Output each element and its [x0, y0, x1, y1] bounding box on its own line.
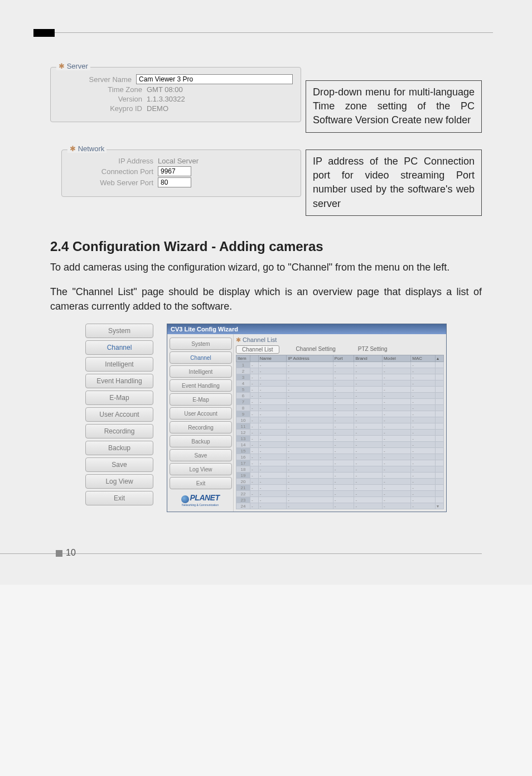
- scroll-track: [436, 362, 444, 368]
- cell: -: [411, 411, 436, 417]
- menu-item-log-view[interactable]: Log View: [85, 474, 153, 489]
- cell: -: [382, 503, 410, 509]
- wizard-menu-item-backup[interactable]: Backup: [170, 435, 232, 447]
- keypro-value: DEMO: [147, 104, 168, 113]
- wizard-menu-item-event-handling[interactable]: Event Handling: [170, 379, 232, 392]
- wizard-menu-item-recording[interactable]: Recording: [170, 421, 232, 433]
- cell: -: [382, 466, 410, 473]
- cell: -: [258, 442, 287, 448]
- table-row[interactable]: 6-------: [236, 393, 444, 399]
- menu-item-exit[interactable]: Exit: [85, 491, 153, 505]
- cell: -: [382, 374, 410, 380]
- menu-item-user-account[interactable]: User Account: [85, 407, 153, 422]
- section-para-2: The "Channel List" page should be displa…: [50, 285, 482, 314]
- server-name-input[interactable]: [136, 74, 293, 84]
- cell: -: [411, 442, 436, 448]
- cell: -: [287, 374, 333, 380]
- row-index: 11: [236, 423, 250, 430]
- tab-channel-list[interactable]: Channel List: [236, 345, 279, 354]
- table-row[interactable]: 13-------: [236, 436, 444, 442]
- menu-item-recording[interactable]: Recording: [85, 424, 153, 438]
- cell: -: [333, 417, 354, 423]
- wizard-menu-item-channel[interactable]: Channel: [170, 351, 232, 364]
- cell: -: [333, 430, 354, 436]
- menu-item-backup[interactable]: Backup: [85, 441, 153, 455]
- table-row[interactable]: 12-------: [236, 430, 444, 436]
- cell: -: [258, 448, 287, 454]
- cell: -: [250, 362, 259, 368]
- table-row[interactable]: 14-------: [236, 442, 444, 448]
- table-row[interactable]: 23-------: [236, 497, 444, 503]
- menu-item-event-handling[interactable]: Event Handling: [85, 374, 153, 388]
- connection-port-input[interactable]: [158, 166, 191, 176]
- table-row[interactable]: 1-------: [236, 362, 444, 368]
- scroll-track: [436, 448, 444, 454]
- scroll-track: [436, 368, 444, 374]
- cell: -: [287, 387, 333, 393]
- scroll-track: [436, 417, 444, 423]
- cell: -: [250, 497, 259, 503]
- scroll-track: [436, 405, 444, 411]
- scroll-down-icon[interactable]: ▾: [436, 503, 444, 509]
- table-row[interactable]: 4-------: [236, 380, 444, 387]
- table-row[interactable]: 9-------: [236, 411, 444, 417]
- wizard-menu-item-intelligent[interactable]: Intelligent: [170, 365, 232, 378]
- cell: -: [250, 423, 259, 430]
- cell: -: [258, 466, 287, 473]
- cell: -: [354, 448, 383, 454]
- left-menu: SystemChannelIntelligentEvent HandlingE-…: [85, 324, 153, 505]
- table-row[interactable]: 8-------: [236, 405, 444, 411]
- cell: -: [250, 442, 259, 448]
- cell: -: [250, 479, 259, 485]
- table-row[interactable]: 2-------: [236, 368, 444, 374]
- cell: -: [333, 454, 354, 460]
- cell: -: [333, 503, 354, 509]
- menu-item-system[interactable]: System: [85, 324, 153, 338]
- cell: -: [354, 466, 383, 473]
- web-server-port-input[interactable]: [158, 177, 191, 187]
- table-row[interactable]: 21-------: [236, 485, 444, 491]
- table-row[interactable]: 22-------: [236, 491, 444, 497]
- network-panel-title: Network: [78, 144, 105, 153]
- planet-logo: PLANETNetworking & Communication: [170, 493, 231, 506]
- menu-item-channel[interactable]: Channel: [85, 340, 153, 355]
- table-row[interactable]: 10-------: [236, 417, 444, 423]
- row-index: 4: [236, 380, 250, 387]
- row-index: 21: [236, 485, 250, 491]
- tab-channel-setting[interactable]: Channel Setting: [291, 345, 341, 354]
- table-row[interactable]: 18-------: [236, 466, 444, 473]
- menu-item-intelligent[interactable]: Intelligent: [85, 357, 153, 372]
- table-row[interactable]: 3-------: [236, 374, 444, 380]
- cell: -: [258, 393, 287, 399]
- wizard-menu-item-system[interactable]: System: [170, 338, 232, 350]
- cell: -: [250, 374, 259, 380]
- col-name: Name: [258, 355, 287, 362]
- wizard-menu-item-save[interactable]: Save: [170, 449, 232, 461]
- table-row[interactable]: 7-------: [236, 399, 444, 405]
- wizard-menu-item-e-map[interactable]: E-Map: [170, 393, 232, 406]
- scroll-up-icon[interactable]: ▴: [436, 355, 444, 362]
- cell: -: [333, 436, 354, 442]
- cell: -: [354, 497, 383, 503]
- menu-item-e-map[interactable]: E-Map: [85, 391, 153, 405]
- ip-address-value: Local Server: [158, 157, 199, 165]
- gear-icon: ✱: [59, 62, 65, 70]
- wizard-menu-item-user-account[interactable]: User Account: [170, 407, 232, 420]
- section-heading: 2.4 Configuration Wizard - Adding camera…: [50, 239, 482, 254]
- table-row[interactable]: 11-------: [236, 423, 444, 430]
- table-row[interactable]: 19-------: [236, 473, 444, 479]
- table-row[interactable]: 24-------▾: [236, 503, 444, 509]
- time-zone-label: Time Zone: [59, 85, 147, 94]
- scroll-track: [436, 374, 444, 380]
- tab-ptz-setting[interactable]: PTZ Setting: [352, 345, 393, 354]
- table-row[interactable]: 5-------: [236, 387, 444, 393]
- wizard-menu-item-log-view[interactable]: Log View: [170, 463, 232, 475]
- cell: -: [258, 460, 287, 466]
- table-row[interactable]: 20-------: [236, 479, 444, 485]
- table-row[interactable]: 16-------: [236, 454, 444, 460]
- menu-item-save[interactable]: Save: [85, 457, 153, 472]
- table-row[interactable]: 17-------: [236, 460, 444, 466]
- cell: -: [411, 497, 436, 503]
- table-row[interactable]: 15-------: [236, 448, 444, 454]
- wizard-menu-item-exit[interactable]: Exit: [170, 477, 232, 489]
